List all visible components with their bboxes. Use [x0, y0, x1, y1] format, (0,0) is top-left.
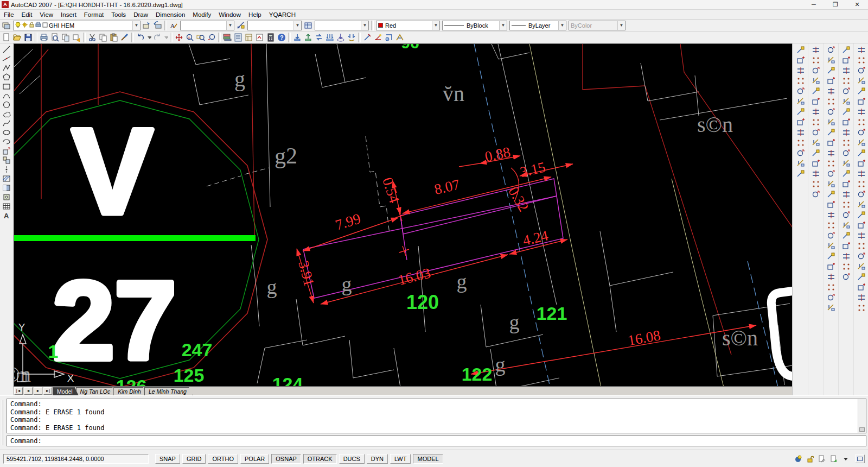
yqarch-tool-button[interactable]: [840, 251, 853, 261]
ellipse-arc-icon[interactable]: [1, 137, 12, 146]
menu-format[interactable]: Format: [80, 11, 107, 18]
make-object-layer-current-icon[interactable]: [142, 20, 152, 30]
status-menu-caret[interactable]: [841, 455, 851, 463]
tab-nav-first[interactable]: |◄: [14, 387, 23, 395]
yqarch-tool-button[interactable]: [809, 148, 822, 158]
dim-style-combo[interactable]: ▼: [247, 21, 302, 30]
preview-icon[interactable]: [49, 32, 60, 42]
toggle-model[interactable]: MODEL: [413, 454, 443, 464]
yqarch-tool-button[interactable]: [855, 65, 868, 75]
yqarch-tool-button[interactable]: [855, 55, 868, 65]
yqarch-tool-button[interactable]: [809, 75, 822, 86]
yqarch-tool-button[interactable]: [794, 127, 807, 137]
yqarch-swap-icon[interactable]: [314, 32, 324, 42]
yqarch-tool-button[interactable]: [840, 168, 853, 179]
plot-notify-icon[interactable]: [829, 455, 839, 463]
make-block-icon[interactable]: [1, 155, 12, 165]
yqarch-tool-button[interactable]: [825, 251, 838, 261]
yqarch-tool-button[interactable]: [825, 168, 838, 179]
yqarch-tool-button[interactable]: [825, 189, 838, 199]
tab-model[interactable]: Model: [53, 387, 79, 395]
gradient-icon[interactable]: [1, 183, 12, 192]
paste-icon[interactable]: [108, 32, 119, 42]
yqarch-tool-button[interactable]: [825, 199, 838, 210]
yqarch-tool-button[interactable]: [855, 137, 868, 148]
yqarch-tool-button[interactable]: [825, 230, 838, 241]
yqarch-insert-icon[interactable]: [292, 32, 303, 42]
undo-caret[interactable]: [146, 32, 152, 42]
yqarch-tool-button[interactable]: [855, 106, 868, 117]
yqarch-tool-button[interactable]: [809, 168, 822, 179]
table-style-combo[interactable]: ▼: [315, 21, 369, 30]
yqarch-tool-button[interactable]: [855, 148, 868, 158]
save-icon[interactable]: [23, 32, 34, 42]
command-history[interactable]: Command: Command: E ERASE 1 found Comman…: [7, 399, 866, 433]
menu-file[interactable]: File: [0, 11, 18, 18]
undo-icon[interactable]: [135, 32, 146, 42]
yqarch-tool-button[interactable]: [855, 241, 868, 251]
toggle-osnap[interactable]: OSNAP: [271, 454, 301, 464]
yqarch-tool-button[interactable]: [840, 230, 853, 241]
yqarch-tool-button[interactable]: [825, 86, 838, 96]
yqarch-tool-button[interactable]: [809, 86, 822, 96]
yqarch-tool-button[interactable]: [809, 137, 822, 148]
yqarch-tool-button[interactable]: [840, 106, 853, 117]
yqarch-tool-button[interactable]: [825, 148, 838, 158]
yqarch-tool-button[interactable]: [855, 117, 868, 127]
yqarch-tool-button[interactable]: [809, 55, 822, 65]
text-style-combo-caret[interactable]: ▼: [226, 21, 234, 30]
text-style-icon[interactable]: A: [168, 20, 179, 30]
yqarch-tool-button[interactable]: [825, 137, 838, 148]
layer-combo-caret[interactable]: ▼: [132, 21, 140, 30]
arc-icon[interactable]: [1, 91, 12, 100]
yqarch-tool-button[interactable]: [794, 168, 807, 179]
circle-icon[interactable]: [1, 100, 12, 109]
yqarch-tool-button[interactable]: [855, 179, 868, 189]
menu-tools[interactable]: Tools: [107, 11, 130, 18]
yqarch-tool-button[interactable]: [840, 137, 853, 148]
yqarch-sync-icon[interactable]: [335, 32, 346, 42]
yqarch-tool-button[interactable]: [855, 86, 868, 96]
yqarch-tool-button[interactable]: [855, 220, 868, 230]
yqarch-tool-button[interactable]: [825, 106, 838, 117]
linetype-combo[interactable]: ByBlock ▼: [442, 21, 507, 30]
color-combo-caret[interactable]: ▼: [432, 21, 439, 30]
yqarch-tool-button[interactable]: [825, 210, 838, 220]
yqarch-tool-button[interactable]: [840, 199, 853, 210]
yqarch-tool-button[interactable]: [840, 65, 853, 75]
communication-center-icon[interactable]: [793, 455, 803, 463]
toggle-ortho[interactable]: ORTHO: [208, 454, 238, 464]
yqarch-tool-button[interactable]: [840, 96, 853, 106]
yqarch-tool-button[interactable]: [855, 272, 868, 282]
yqarch-tool-button[interactable]: [840, 127, 853, 137]
region-icon[interactable]: [1, 192, 12, 201]
yqarch-tool-button[interactable]: [855, 127, 868, 137]
maximize-button[interactable]: ❐: [825, 0, 846, 9]
yqarch-tool-button[interactable]: [809, 127, 822, 137]
yqarch-tool-button[interactable]: [809, 158, 822, 168]
trusted-dwg-icon[interactable]: [817, 455, 827, 463]
menu-help[interactable]: Help: [245, 11, 265, 18]
yqarch-tool-button[interactable]: [855, 158, 868, 168]
yqarch-tool-button[interactable]: [794, 96, 807, 106]
yqarch-tool-button[interactable]: [825, 261, 838, 272]
yqarch-tool-button[interactable]: [825, 65, 838, 75]
yqarch-tool-button[interactable]: [840, 55, 853, 65]
yqarch-tool-button[interactable]: [840, 158, 853, 168]
toggle-snap[interactable]: SNAP: [155, 454, 180, 464]
help-icon[interactable]: ?: [276, 32, 287, 42]
hatch-icon[interactable]: [1, 174, 12, 183]
toggle-otrack[interactable]: OTRACK: [303, 454, 337, 464]
tab-nav-next[interactable]: ►: [34, 387, 42, 395]
layer-combo[interactable]: GHI HEM ▼: [13, 21, 141, 30]
yqarch-tool-button[interactable]: [794, 55, 807, 65]
yqarch-tool-button[interactable]: [855, 230, 868, 241]
yqarch-tool-button[interactable]: [825, 241, 838, 251]
menu-yqarch[interactable]: YQARCH: [265, 11, 299, 18]
layer-previous-icon[interactable]: [152, 20, 163, 30]
toggle-dyn[interactable]: DYN: [367, 454, 388, 464]
yqarch-tool-button[interactable]: [855, 302, 868, 313]
yqarch-tool-button[interactable]: [825, 158, 838, 168]
insert-block-icon[interactable]: [1, 146, 12, 155]
properties-icon[interactable]: [233, 32, 244, 42]
